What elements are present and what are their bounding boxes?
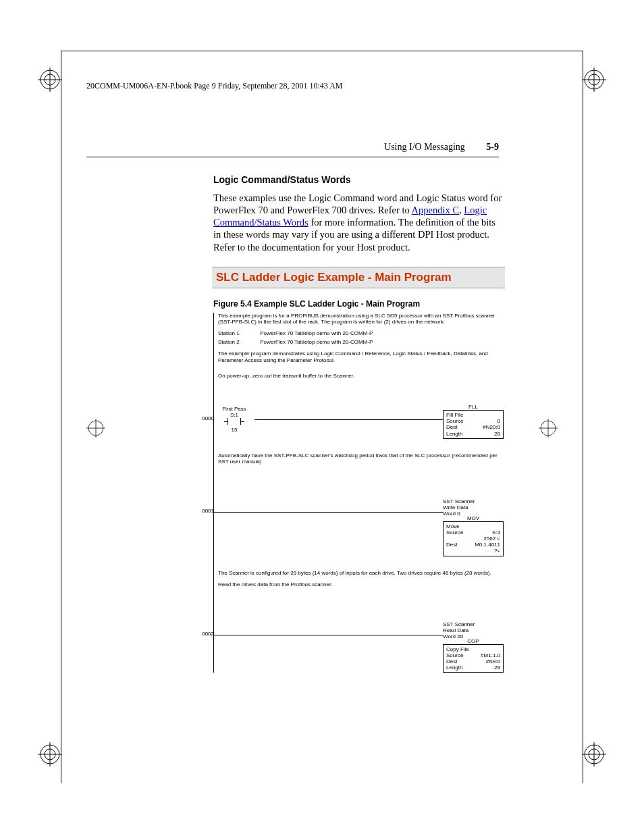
- ladder-diagram: This example program is for a PROFIBUS d…: [213, 313, 504, 673]
- k: Dest: [446, 658, 457, 664]
- figure-caption: Figure 5.4 Example SLC Ladder Logic - Ma…: [213, 299, 504, 309]
- v: 2562 <: [483, 536, 500, 542]
- registration-mark-mr: [539, 419, 558, 438]
- mov-instruction: MOV Move SourceS:3 2562 < DestM0:1.4011 …: [443, 521, 504, 556]
- ladder-note-3: Read the drives data from the Profibus s…: [218, 581, 504, 588]
- inst-above-label: SST Scanner Write Data Word 0: [443, 498, 504, 517]
- k: Dest: [446, 424, 457, 430]
- cop-instruction: COP Copy File Source#M1:1.0 Dest#N9:0 Le…: [443, 644, 504, 673]
- station-desc: PowerFlex 70 Tabletop demo with 20-COMM-…: [260, 339, 373, 345]
- ladder-note-1: Automatically have the SST-PFB-SLC scann…: [218, 452, 504, 465]
- inst-title: Fill File: [446, 412, 500, 418]
- crop-line-left: [61, 51, 61, 783]
- inst-title: Move: [446, 523, 500, 529]
- section-heading: SLC Ladder Logic Example - Main Program: [212, 267, 505, 288]
- station-desc: PowerFlex 70 Tabletop demo with 20-COMM-…: [260, 330, 373, 336]
- k: Source: [446, 418, 463, 424]
- subheading: Logic Command/Status Words: [213, 174, 504, 185]
- xic-contact: [227, 418, 241, 425]
- v: #N20:0: [483, 424, 500, 430]
- k: Source: [446, 529, 463, 536]
- rung-0000: 0000 First Pass S:1 15 FLL Fill File Sou…: [218, 406, 504, 439]
- fll-instruction: FLL Fill File Source0 Dest#N20:0 Length2…: [443, 410, 504, 439]
- inst-mnemonic: COP: [465, 638, 481, 644]
- crop-line-top: [61, 51, 583, 51]
- link-appendix-c[interactable]: Appendix C: [412, 205, 459, 215]
- inst-mnemonic: FLL: [466, 404, 480, 410]
- body-paragraph: These examples use the Logic Command wor…: [213, 192, 504, 253]
- rung-wire: [214, 512, 443, 513]
- v: S:3: [492, 529, 500, 536]
- inst-above-label: SST Scanner Read Data Word #0: [443, 621, 504, 640]
- running-head-title: Using I/O Messaging: [384, 142, 465, 152]
- v: #M1:1.0: [481, 652, 500, 658]
- v: 0: [498, 418, 500, 424]
- station-label: Station 1: [218, 330, 259, 336]
- station-label: Station 2: [218, 339, 259, 345]
- inst-title: Copy File: [446, 646, 500, 652]
- crop-line-right: [583, 51, 583, 783]
- rung-number: 0002: [196, 621, 214, 637]
- v: M0:1.4011: [475, 542, 500, 548]
- contact-address: S:1: [214, 412, 254, 418]
- station-row-1: Station 1 PowerFlex 70 Tabletop demo wit…: [218, 330, 504, 336]
- station-row-2: Station 2 PowerFlex 70 Tabletop demo wit…: [218, 339, 504, 345]
- ladder-intro-2: The example program demonstrates using L…: [218, 350, 504, 363]
- rung-number: 0000: [196, 406, 214, 421]
- book-header-line: 20COMM-UM006A-EN-P.book Page 9 Friday, S…: [86, 81, 343, 91]
- rung-wire: [254, 419, 443, 420]
- ladder-intro-1: This example program is for a PROFIBUS d…: [218, 313, 504, 325]
- v: #N9:0: [486, 658, 500, 664]
- k: Length: [446, 664, 462, 671]
- v: 28: [494, 664, 500, 671]
- contact-label: First Pass: [214, 406, 254, 412]
- rung-number: 0001: [196, 498, 214, 514]
- inst-mnemonic: MOV: [465, 515, 481, 521]
- registration-mark-tl: [38, 68, 62, 92]
- running-head: Using I/O Messaging 5-9: [86, 142, 499, 157]
- registration-mark-br: [582, 742, 606, 766]
- ladder-note-2: The Scanner is configured for 28 bytes (…: [218, 570, 504, 576]
- registration-mark-ml: [86, 419, 105, 438]
- registration-mark-bl: [38, 742, 62, 766]
- v: ?<: [494, 548, 500, 554]
- ladder-intro-3: On power-up, zero out the transmit buffe…: [218, 373, 504, 379]
- rung-0002: 0002 SST Scanner Read Data Word #0 COP C…: [218, 621, 504, 673]
- contact-bit: 15: [214, 427, 254, 433]
- k: Length: [446, 431, 462, 437]
- k: Dest: [446, 542, 457, 548]
- page-number: 5-9: [486, 142, 499, 152]
- rung-wire: [214, 635, 443, 635]
- v: 28: [494, 431, 500, 437]
- registration-mark-tr: [582, 68, 606, 92]
- k: Source: [446, 652, 463, 658]
- rung-0001: 0001 SST Scanner Write Data Word 0 MOV M…: [218, 498, 504, 556]
